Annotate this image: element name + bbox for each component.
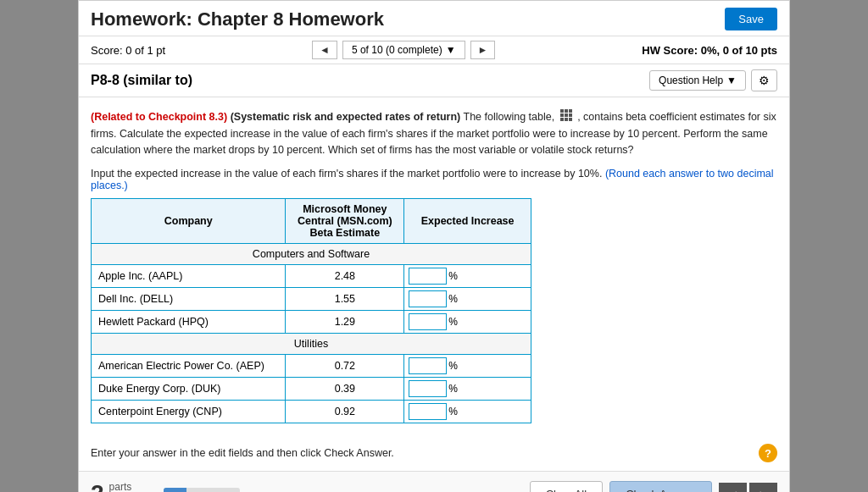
beta-duk: 0.39 — [286, 378, 404, 401]
expected-cell-aapl: % — [404, 265, 531, 288]
answer-input-duk[interactable] — [409, 380, 447, 397]
svg-rect-1 — [565, 109, 568, 113]
percent-aep: % — [448, 360, 458, 372]
instruction-text: Input the expected increase in the value… — [91, 168, 777, 191]
company-name-hpq: Hewlett Packard (HPQ) — [92, 311, 286, 334]
footer-nav-prev[interactable]: ◄ — [719, 483, 747, 492]
score-bar: Score: 0 of 1 pt ◄ 5 of 10 (0 complete) … — [79, 36, 789, 64]
svg-rect-8 — [569, 118, 572, 121]
intro-text: The following table, — [464, 111, 555, 123]
question-id: P8-8 (similar to) — [91, 73, 192, 88]
nav-prev-button[interactable]: ◄ — [312, 41, 337, 59]
svg-rect-5 — [569, 113, 572, 117]
beta-dell: 1.55 — [286, 288, 404, 311]
answer-input-hpq[interactable] — [409, 313, 447, 330]
score-label: Score: — [91, 44, 123, 57]
category-label-computers: Computers and Software — [92, 244, 531, 265]
nav-controls: ◄ 5 of 10 (0 complete) ▼ ► — [312, 41, 495, 59]
hw-score-label: HW Score: — [642, 44, 698, 57]
percent-dell: % — [448, 293, 458, 305]
help-dropdown-icon: ▼ — [726, 75, 737, 86]
answer-input-aep[interactable] — [409, 357, 447, 374]
score-value: 0 of 1 pt — [125, 44, 165, 57]
beta-hpq: 1.29 — [286, 311, 404, 334]
category-row-utilities: Utilities — [92, 334, 531, 355]
beta-cnp: 0.92 — [286, 401, 404, 423]
svg-rect-4 — [565, 113, 568, 117]
question-help-area: Question Help ▼ ⚙ — [649, 69, 777, 91]
table-row: Hewlett Packard (HPQ) 1.29 % — [92, 311, 531, 334]
check-answer-button[interactable]: Check Answer — [609, 481, 712, 492]
svg-rect-7 — [565, 118, 568, 121]
percent-aapl: % — [448, 270, 458, 282]
table-row: American Electric Power Co. (AEP) 0.72 % — [92, 355, 531, 378]
save-button[interactable]: Save — [725, 8, 777, 30]
hw-score-display: HW Score: 0%, 0 of 10 pts — [642, 44, 777, 57]
page-title: Homework: Chapter 8 Homework — [91, 8, 384, 30]
beta-aapl: 2.48 — [286, 265, 404, 288]
checkpoint-label: (Related to Checkpoint 8.3) — [91, 111, 227, 123]
expected-cell-dell: % — [404, 288, 531, 311]
expected-cell-cnp: % — [404, 401, 531, 423]
nav-dropdown-icon: ▼ — [446, 44, 456, 56]
svg-rect-6 — [560, 118, 564, 121]
progress-bar — [164, 488, 240, 492]
percent-cnp: % — [448, 406, 458, 417]
table-row: Dell Inc. (DELL) 1.55 % — [92, 288, 531, 311]
svg-rect-0 — [560, 109, 564, 113]
bottom-instruction-text: Enter your answer in the edit fields and… — [91, 447, 394, 459]
content-area: (Related to Checkpoint 8.3) (Systematic … — [79, 97, 789, 435]
systematic-label: (Systematic risk and expected rates of r… — [231, 111, 461, 123]
progress-bar-fill — [164, 488, 186, 492]
beta-table: Company Microsoft Money Central (MSN.com… — [91, 198, 531, 423]
company-name-cnp: Centerpoint Energy (CNP) — [92, 401, 286, 423]
nav-info-text: 5 of 10 (0 complete) — [352, 44, 442, 56]
answer-input-dell[interactable] — [409, 290, 447, 307]
nav-info[interactable]: 5 of 10 (0 complete) ▼ — [342, 41, 465, 59]
expected-cell-duk: % — [404, 378, 531, 401]
grid-icon — [560, 109, 572, 126]
bottom-instruction-area: Enter your answer in the edit fields and… — [79, 435, 789, 471]
table-row: Apple Inc. (AAPL) 2.48 % — [92, 265, 531, 288]
table-row: Duke Energy Corp. (DUK) 0.39 % — [92, 378, 531, 401]
company-name-dell: Dell Inc. (DELL) — [92, 288, 286, 311]
svg-rect-3 — [560, 113, 564, 117]
hw-score-value: 0%, 0 of 10 pts — [701, 44, 777, 57]
answer-input-aapl[interactable] — [409, 268, 447, 285]
parts-number: 2 — [91, 480, 104, 492]
company-name-duk: Duke Energy Corp. (DUK) — [92, 378, 286, 401]
col-company-header: Company — [92, 199, 286, 244]
parts-label: parts remaining — [109, 481, 154, 492]
category-row-computers: Computers and Software — [92, 244, 531, 265]
expected-cell-hpq: % — [404, 311, 531, 334]
score-display: Score: 0 of 1 pt — [91, 44, 165, 57]
clear-all-button[interactable]: Clear All — [530, 481, 603, 492]
question-header: P8-8 (similar to) Question Help ▼ ⚙ — [79, 64, 789, 97]
percent-duk: % — [448, 383, 458, 395]
footer: 2 parts remaining Clear All Check Answer… — [79, 471, 789, 492]
settings-button[interactable]: ⚙ — [751, 69, 777, 91]
help-circle-button[interactable]: ? — [759, 444, 777, 462]
footer-nav: ◄ ► — [719, 483, 777, 492]
answer-input-cnp[interactable] — [409, 403, 447, 420]
problem-text: (Related to Checkpoint 8.3) (Systematic … — [91, 109, 777, 158]
parts-remaining: 2 parts remaining — [91, 480, 240, 492]
main-container: Homework: Chapter 8 Homework Save Score:… — [78, 0, 790, 492]
company-name-aapl: Apple Inc. (AAPL) — [92, 265, 286, 288]
footer-right: Clear All Check Answer ◄ ► — [530, 481, 777, 492]
table-row: Centerpoint Energy (CNP) 0.92 % — [92, 401, 531, 423]
percent-hpq: % — [448, 316, 458, 328]
col-expected-header: Expected Increase — [404, 199, 531, 244]
category-label-utilities: Utilities — [92, 334, 531, 355]
beta-aep: 0.72 — [286, 355, 404, 378]
header: Homework: Chapter 8 Homework Save — [79, 1, 789, 36]
expected-cell-aep: % — [404, 355, 531, 378]
footer-nav-next[interactable]: ► — [749, 483, 777, 492]
col-beta-header: Microsoft Money Central (MSN.com) Beta E… — [286, 199, 404, 244]
company-name-aep: American Electric Power Co. (AEP) — [92, 355, 286, 378]
question-help-button[interactable]: Question Help ▼ — [649, 70, 746, 91]
parts-line1: parts — [109, 481, 154, 492]
nav-next-button[interactable]: ► — [470, 41, 496, 59]
help-label: Question Help — [659, 75, 723, 86]
svg-rect-2 — [569, 109, 572, 113]
